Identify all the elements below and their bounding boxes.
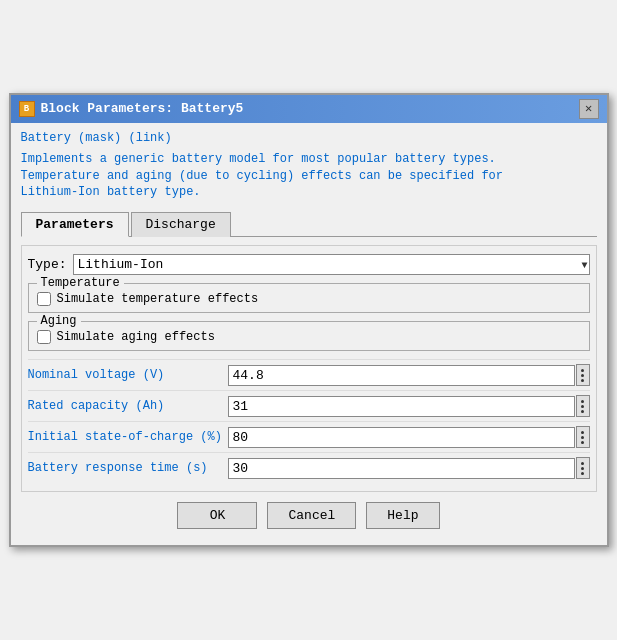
content-area: Battery (mask) (link) Implements a gener… xyxy=(11,123,607,545)
mask-link-line[interactable]: Battery (mask) (link) xyxy=(21,131,597,145)
form-area: Type: Lithium-Ion Lead-Acid Nickel-MH Ni… xyxy=(21,245,597,492)
aging-checkbox[interactable] xyxy=(37,330,51,344)
initial-soc-input[interactable] xyxy=(228,427,575,448)
temperature-checkbox-row: Simulate temperature effects xyxy=(37,292,581,306)
rated-capacity-menu-btn[interactable] xyxy=(576,395,590,417)
response-time-menu-btn[interactable] xyxy=(576,457,590,479)
temperature-checkbox[interactable] xyxy=(37,292,51,306)
param-row-nominal-voltage: Nominal voltage (V) xyxy=(28,359,590,390)
initial-soc-menu-btn[interactable] xyxy=(576,426,590,448)
main-window: B Block Parameters: Battery5 ✕ Battery (… xyxy=(9,93,609,547)
nominal-voltage-menu-btn[interactable] xyxy=(576,364,590,386)
aging-group: Aging Simulate aging effects xyxy=(28,321,590,351)
temperature-group: Temperature Simulate temperature effects xyxy=(28,283,590,313)
description-text: Implements a generic battery model for m… xyxy=(21,151,597,201)
initial-soc-label: Initial state-of-charge (%) xyxy=(28,430,228,444)
response-time-input[interactable] xyxy=(228,458,575,479)
response-time-label: Battery response time (s) xyxy=(28,461,228,475)
aging-checkbox-label: Simulate aging effects xyxy=(57,330,215,344)
window-icon: B xyxy=(19,101,35,117)
ok-button[interactable]: OK xyxy=(177,502,257,529)
aging-group-label: Aging xyxy=(37,314,81,328)
type-label: Type: xyxy=(28,257,67,272)
type-select-wrapper: Lithium-Ion Lead-Acid Nickel-MH Nickel-C… xyxy=(73,254,590,275)
param-row-response-time: Battery response time (s) xyxy=(28,452,590,483)
temperature-checkbox-label: Simulate temperature effects xyxy=(57,292,259,306)
temperature-group-label: Temperature xyxy=(37,276,124,290)
param-row-initial-soc: Initial state-of-charge (%) xyxy=(28,421,590,452)
aging-checkbox-row: Simulate aging effects xyxy=(37,330,581,344)
rated-capacity-input[interactable] xyxy=(228,396,575,417)
type-select[interactable]: Lithium-Ion Lead-Acid Nickel-MH Nickel-C… xyxy=(73,254,590,275)
tab-parameters[interactable]: Parameters xyxy=(21,212,129,237)
nominal-voltage-label: Nominal voltage (V) xyxy=(28,368,228,382)
param-row-rated-capacity: Rated capacity (Ah) xyxy=(28,390,590,421)
nominal-voltage-input[interactable] xyxy=(228,365,575,386)
window-title: Block Parameters: Battery5 xyxy=(41,101,244,116)
help-button[interactable]: Help xyxy=(366,502,439,529)
cancel-button[interactable]: Cancel xyxy=(267,502,356,529)
bottom-buttons: OK Cancel Help xyxy=(21,492,597,537)
rated-capacity-label: Rated capacity (Ah) xyxy=(28,399,228,413)
tabs-row: Parameters Discharge xyxy=(21,211,597,237)
title-bar: B Block Parameters: Battery5 ✕ xyxy=(11,95,607,123)
tab-discharge[interactable]: Discharge xyxy=(131,212,231,237)
close-button[interactable]: ✕ xyxy=(579,99,599,119)
type-row: Type: Lithium-Ion Lead-Acid Nickel-MH Ni… xyxy=(28,254,590,275)
